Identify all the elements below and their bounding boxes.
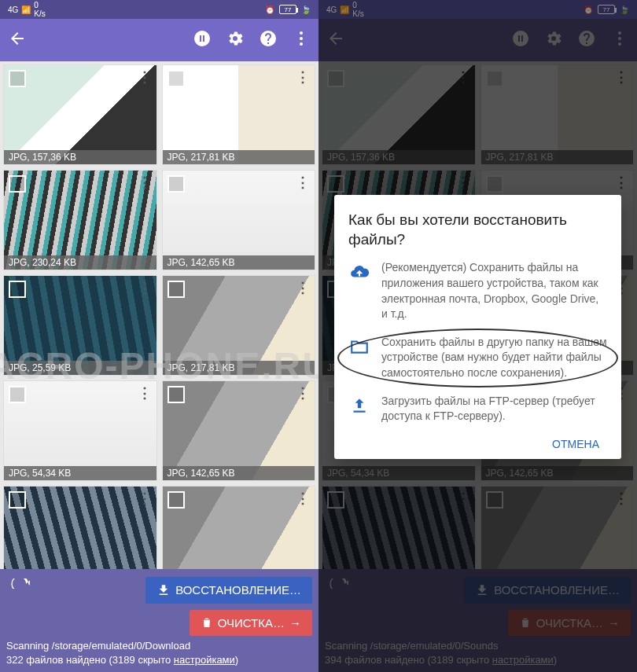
- network-label: 4G: [8, 6, 18, 14]
- thumbnail-caption: JPG, 54,34 KB: [4, 466, 156, 480]
- thumbnail-caption: JPG, 142,65 KB: [163, 466, 315, 480]
- checkbox[interactable]: [168, 491, 185, 509]
- scan-status: Scanning /storage/emulated/0/Download 32…: [6, 639, 312, 667]
- battery-icon: 77: [279, 5, 296, 14]
- dialog-title: Как бы вы хотели восстановить файлы?: [348, 211, 607, 249]
- checkbox[interactable]: [168, 70, 185, 87]
- more-icon[interactable]: ⋮: [296, 384, 310, 402]
- checkbox[interactable]: [9, 491, 26, 509]
- leaf-icon: 🍃: [301, 6, 311, 14]
- option-ftp-text: Загрузить файлы на FTP-сервер (требует д…: [381, 394, 607, 424]
- thumbnail-caption: JPG, 25,59 KB: [4, 361, 156, 375]
- status-bar: 4G 📶 0K/s ⏰ 77 🍃: [0, 0, 318, 19]
- more-icon[interactable]: ⋮: [138, 174, 152, 191]
- restore-button[interactable]: ВОССТАНОВЛЕНИЕ…: [145, 577, 312, 604]
- thumbnail[interactable]: ⋮JPG, 217,81 KB: [162, 275, 316, 376]
- thumbnail[interactable]: ⋮JPG, 142,65 KB: [162, 170, 316, 270]
- more-icon[interactable]: ⋮: [296, 279, 310, 296]
- svg-point-0: [300, 31, 303, 35]
- thumbnail[interactable]: ⋮JPG, 157,36 KB: [3, 64, 157, 165]
- thumbnail-caption: JPG, 142,65 KB: [163, 255, 315, 270]
- cleanup-label: ОЧИСТКА…: [218, 616, 285, 630]
- thumbnail-grid: ACRO-PHONE.RU ⋮JPG, 157,36 KB⋮JPG, 217,8…: [0, 61, 318, 569]
- thumbnail-image: [4, 487, 156, 569]
- restore-dialog: Как бы вы хотели восстановить файлы? (Ре…: [334, 195, 621, 459]
- alarm-icon: ⏰: [265, 6, 274, 14]
- more-icon[interactable]: [292, 29, 311, 51]
- gear-icon[interactable]: [226, 29, 245, 51]
- more-icon[interactable]: ⋮: [296, 68, 310, 86]
- more-icon[interactable]: ⋮: [138, 68, 152, 86]
- svg-point-2: [300, 42, 303, 46]
- thumbnail[interactable]: ⋮JPG, 25,59 KB: [3, 275, 157, 376]
- thumbnail[interactable]: ⋮JPG, 25,59 KB: [162, 486, 316, 569]
- folder-icon: [348, 335, 370, 381]
- cancel-button[interactable]: ОТМЕНА: [544, 431, 607, 457]
- app-bar: [0, 19, 318, 61]
- cleanup-button[interactable]: ОЧИСТКА… →: [190, 610, 312, 636]
- svg-point-1: [300, 37, 303, 40]
- thumbnail[interactable]: ⋮JPG, 142,65 KB: [162, 380, 316, 481]
- thumbnail[interactable]: ⋮JPG, 21,66 KB: [3, 486, 157, 569]
- checkbox[interactable]: [9, 281, 26, 298]
- arrow-right-icon: →: [289, 616, 301, 630]
- more-icon[interactable]: ⋮: [296, 490, 310, 507]
- more-icon[interactable]: ⋮: [296, 174, 310, 191]
- thumbnail[interactable]: ⋮JPG, 217,81 KB: [162, 64, 316, 165]
- thumbnail-caption: JPG, 217,81 KB: [163, 361, 315, 375]
- cloud-upload-icon: [348, 260, 370, 321]
- option-folder[interactable]: Сохранить файлы в другую папку на вашем …: [348, 335, 607, 381]
- thumbnail-caption: JPG, 157,36 KB: [4, 150, 156, 164]
- right-screenshot: 4G 📶 0K/s ⏰ 77 🍃 ⋮JPG, 157,36 KB⋮JPG, 21…: [318, 0, 637, 672]
- thumbnail-caption: JPG, 230,24 KB: [4, 255, 156, 270]
- left-screenshot: 4G 📶 0K/s ⏰ 77 🍃 ACRO-PHONE.RU ⋮JPG, 157…: [0, 0, 318, 672]
- thumbnail-image: [163, 487, 315, 569]
- checkbox[interactable]: [168, 386, 185, 403]
- upload-icon: [348, 394, 370, 424]
- checkbox[interactable]: [168, 175, 185, 193]
- help-icon[interactable]: [259, 29, 278, 51]
- refresh-icon[interactable]: [6, 574, 36, 607]
- checkbox[interactable]: [9, 386, 26, 403]
- thumbnail[interactable]: ⋮JPG, 54,34 KB: [3, 380, 157, 481]
- scan-path: Scanning /storage/emulated/0/Download: [6, 639, 312, 653]
- restore-label: ВОССТАНОВЛЕНИЕ…: [175, 583, 301, 597]
- settings-link[interactable]: настройками: [174, 654, 235, 666]
- checkbox[interactable]: [9, 175, 26, 193]
- pause-icon[interactable]: [193, 29, 212, 51]
- option-folder-text: Сохранить файлы в другую папку на вашем …: [381, 335, 607, 381]
- option-ftp[interactable]: Загрузить файлы на FTP-сервер (требует д…: [348, 394, 607, 424]
- network-speed: 0K/s: [34, 1, 45, 18]
- footer: ВОССТАНОВЛЕНИЕ… ОЧИСТКА… → Scanning /sto…: [0, 569, 318, 672]
- thumbnail[interactable]: ⋮JPG, 230,24 KB: [3, 170, 157, 270]
- thumbnail-caption: JPG, 217,81 KB: [163, 150, 315, 164]
- scan-counts: 322 файлов найдено (3189 скрыто настройк…: [6, 653, 312, 667]
- more-icon[interactable]: ⋮: [138, 279, 152, 296]
- more-icon[interactable]: ⋮: [138, 384, 152, 402]
- back-icon[interactable]: [8, 29, 27, 51]
- signal-icon: 📶: [21, 6, 31, 14]
- checkbox[interactable]: [168, 281, 185, 298]
- option-cloud-text: (Рекомендуется) Сохранить файлы на прило…: [381, 260, 607, 321]
- option-cloud[interactable]: (Рекомендуется) Сохранить файлы на прило…: [348, 260, 607, 321]
- checkbox[interactable]: [9, 70, 26, 87]
- more-icon[interactable]: ⋮: [138, 490, 152, 507]
